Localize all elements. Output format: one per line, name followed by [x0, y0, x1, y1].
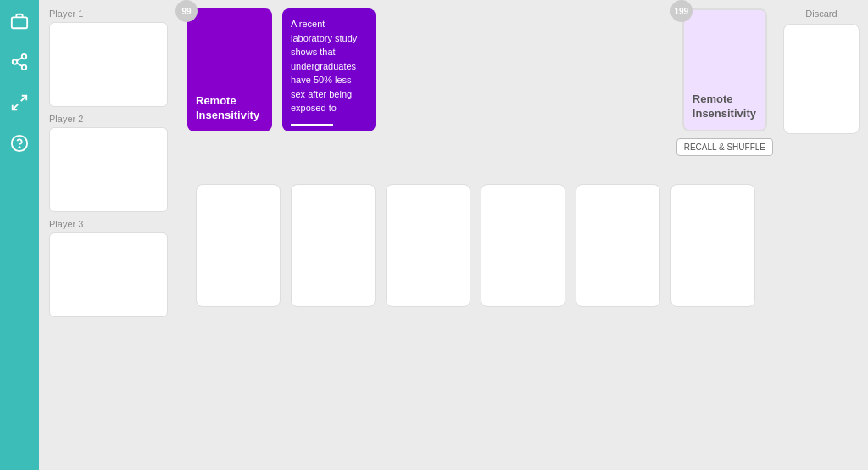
question-card[interactable]: A recent laboratory study shows that und…	[282, 8, 376, 131]
svg-point-2	[22, 54, 27, 59]
purple-deck-stack: 99 Remote Insensitivity	[187, 8, 272, 131]
player-3-label: Player 3	[49, 219, 179, 229]
hand-card-5[interactable]	[576, 184, 660, 307]
player-2-card[interactable]	[49, 127, 168, 212]
sidebar	[0, 0, 39, 470]
player-3-card[interactable]	[49, 232, 168, 317]
winner-card[interactable]: Remote Insensitivity	[682, 8, 767, 131]
winner-card-text: Remote Insensitivity	[693, 92, 757, 121]
discard-card[interactable]	[783, 24, 860, 134]
player-1-label: Player 1	[49, 8, 179, 19]
discard-label: Discard	[805, 8, 837, 19]
player-1-section: Player 1	[49, 8, 179, 107]
svg-line-8	[13, 104, 18, 109]
fullscreen-icon[interactable]	[7, 90, 32, 115]
hand-card-1[interactable]	[196, 184, 281, 307]
top-row: 99 Remote Insensitivity A recent laborat…	[187, 8, 860, 174]
play-area: 99 Remote Insensitivity A recent laborat…	[187, 0, 868, 470]
player-2-section: Player 2	[49, 114, 179, 212]
svg-line-5	[17, 63, 22, 66]
svg-point-3	[13, 59, 18, 64]
purple-deck-card[interactable]: Remote Insensitivity	[187, 8, 272, 131]
discard-area: Discard	[783, 8, 860, 134]
question-card-text: A recent laboratory study shows that und…	[291, 17, 367, 129]
main-area: Player 1 Player 2 Player 3 99 Remote Ins…	[39, 0, 868, 470]
deck-card-text: Remote Insensitivity	[196, 94, 264, 123]
winner-counter: 199	[670, 0, 693, 22]
recall-shuffle-button[interactable]: RECALL & SHUFFLE	[676, 138, 773, 156]
svg-line-6	[17, 58, 22, 61]
question-blank	[291, 124, 333, 126]
share-icon[interactable]	[7, 49, 32, 75]
player-3-section: Player 3	[49, 219, 179, 317]
briefcase-icon[interactable]	[7, 8, 32, 34]
players-panel: Player 1 Player 2 Player 3	[39, 0, 187, 470]
hand-card-2[interactable]	[291, 184, 376, 307]
svg-rect-0	[12, 17, 27, 28]
hand-card-3[interactable]	[386, 184, 470, 307]
winner-card-area: 199 Remote Insensitivity RECALL & SHUFFL…	[676, 8, 773, 156]
hand-card-6[interactable]	[670, 184, 755, 307]
winner-stack: 199 Remote Insensitivity	[682, 8, 767, 131]
svg-point-4	[22, 65, 27, 70]
svg-line-7	[21, 96, 26, 101]
help-icon[interactable]	[7, 131, 32, 156]
player-1-card[interactable]	[49, 22, 168, 107]
hand-cards-row	[187, 184, 860, 307]
player-2-label: Player 2	[49, 114, 179, 124]
deck-counter: 99	[175, 0, 198, 22]
hand-card-4[interactable]	[481, 184, 565, 307]
